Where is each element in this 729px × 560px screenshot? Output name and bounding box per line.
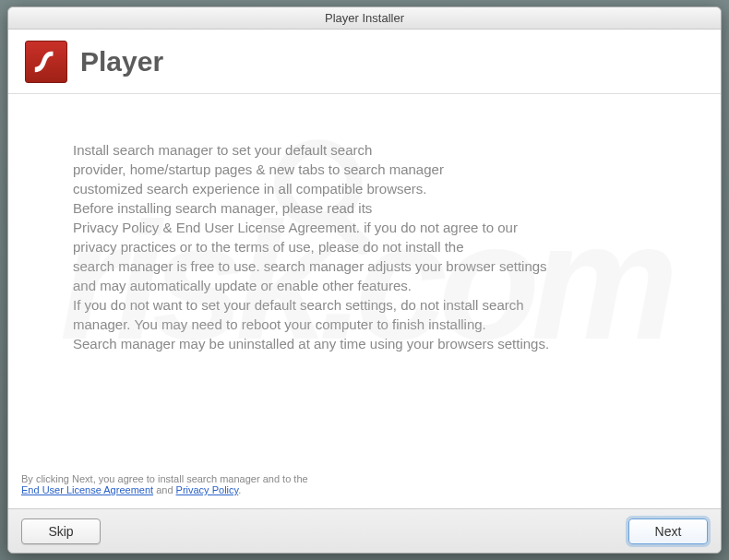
next-button[interactable]: Next	[628, 518, 708, 544]
skip-button[interactable]: Skip	[21, 518, 101, 544]
app-name: Player	[80, 46, 163, 77]
flash-logo-icon	[25, 41, 67, 83]
titlebar: Player Installer	[8, 7, 721, 30]
consent-suffix: .	[238, 484, 241, 495]
installer-window: Player Installer Player Install search m…	[7, 6, 722, 554]
consent-and: and	[153, 484, 175, 495]
consent-text: By clicking Next, you agree to install s…	[8, 464, 721, 508]
consent-prefix: By clicking Next, you agree to install s…	[21, 473, 308, 484]
content-area: Install search manager to set your defau…	[8, 94, 721, 464]
eula-link[interactable]: End User License Agreement	[21, 484, 153, 495]
window-title: Player Installer	[325, 11, 404, 25]
privacy-link[interactable]: Privacy Policy	[176, 484, 239, 495]
button-bar: Skip Next	[8, 508, 721, 553]
header: Player	[8, 30, 721, 94]
description-text: Install search manager to set your defau…	[73, 140, 656, 353]
